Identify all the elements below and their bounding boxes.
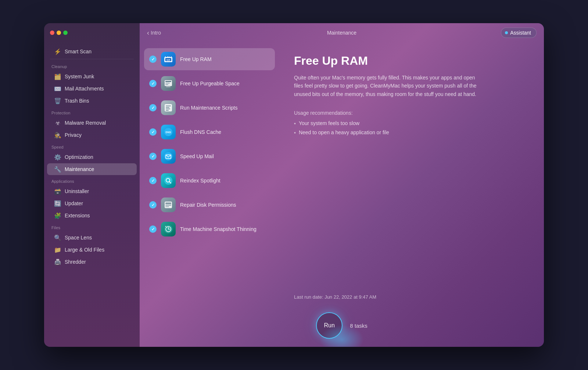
malware-icon: ☣ bbox=[54, 120, 61, 126]
task-icon-spotlight bbox=[161, 173, 176, 188]
task-label-purgeable: Free Up Purgeable Space bbox=[180, 81, 240, 86]
sidebar-item-maintenance[interactable]: 🔧 Maintenance bbox=[47, 163, 137, 175]
sidebar-item-label: Malware Removal bbox=[65, 120, 106, 126]
task-item-scripts[interactable]: Run Maintenance Scripts bbox=[144, 97, 275, 119]
task-item-free-up-ram[interactable]: RAM Free Up RAM bbox=[144, 48, 275, 70]
svg-rect-18 bbox=[166, 107, 169, 108]
task-checkbox-dns[interactable] bbox=[149, 128, 157, 136]
task-checkbox-mail[interactable] bbox=[149, 153, 157, 160]
minimize-button[interactable] bbox=[57, 31, 61, 35]
last-run-date: Jun 22, 2022 at 9:47 AM bbox=[325, 294, 376, 300]
task-icon-purgeable bbox=[161, 76, 176, 91]
task-item-spotlight[interactable]: Reindex Spotlight bbox=[144, 170, 275, 192]
close-button[interactable] bbox=[50, 31, 54, 35]
sidebar-item-malware-removal[interactable]: ☣ Malware Removal bbox=[47, 117, 137, 129]
sidebar-item-trash-bins[interactable]: 🗑️ Trash Bins bbox=[47, 95, 137, 107]
sidebar-item-uninstaller[interactable]: 🗃️ Uninstaller bbox=[47, 185, 137, 197]
svg-rect-6 bbox=[171, 56, 172, 57]
svg-rect-13 bbox=[165, 83, 170, 83]
main-panel: ‹ Intro Maintenance Assistant bbox=[140, 23, 544, 347]
task-item-dns[interactable]: DNS Flush DNS Cache bbox=[144, 121, 275, 143]
task-checkbox-spotlight[interactable] bbox=[149, 177, 157, 184]
sidebar-item-label: Privacy bbox=[65, 132, 82, 138]
smart-scan-icon: ⚡ bbox=[54, 48, 61, 55]
task-label-mail: Speed Up Mail bbox=[180, 153, 214, 159]
svg-rect-31 bbox=[165, 206, 169, 207]
svg-rect-30 bbox=[165, 204, 171, 206]
svg-rect-8 bbox=[167, 61, 168, 62]
tasks-count: 8 tasks bbox=[350, 323, 368, 329]
section-label-files: Files bbox=[44, 222, 140, 231]
task-icon-scripts bbox=[161, 100, 176, 115]
space-lens-icon: 🔍 bbox=[54, 234, 61, 241]
bottom-bar: Run 8 tasks bbox=[140, 310, 544, 347]
task-label-dns: Flush DNS Cache bbox=[180, 129, 221, 135]
uninstaller-icon: 🗃️ bbox=[54, 188, 61, 195]
task-checkbox-disk[interactable] bbox=[149, 201, 157, 209]
task-label-scripts: Run Maintenance Scripts bbox=[180, 105, 237, 111]
task-checkbox-purgeable[interactable] bbox=[149, 80, 157, 87]
task-checkbox-timemachine[interactable] bbox=[149, 225, 157, 233]
svg-rect-7 bbox=[165, 61, 166, 62]
svg-rect-9 bbox=[169, 61, 169, 62]
sidebar-item-label: Trash Bins bbox=[65, 98, 89, 104]
shredder-icon: 🖨️ bbox=[54, 259, 61, 265]
task-checkbox-ram[interactable] bbox=[149, 56, 157, 63]
task-icon-ram: RAM bbox=[161, 52, 176, 67]
trash-icon: 🗑️ bbox=[54, 97, 61, 104]
sidebar-item-label: Maintenance bbox=[65, 166, 94, 172]
task-item-timemachine[interactable]: Time Machine Snapshot Thinning bbox=[144, 218, 275, 240]
svg-rect-15 bbox=[166, 86, 171, 87]
sidebar-item-optimization[interactable]: ⚙️ Optimization bbox=[47, 151, 137, 163]
traffic-lights bbox=[50, 31, 68, 35]
assistant-button[interactable]: Assistant bbox=[501, 28, 537, 38]
svg-rect-12 bbox=[165, 81, 171, 82]
sidebar-item-space-lens[interactable]: 🔍 Space Lens bbox=[47, 232, 137, 243]
sidebar-item-extensions[interactable]: 🧩 Extensions bbox=[47, 210, 137, 221]
section-label-protection: Protection bbox=[44, 107, 140, 117]
large-files-icon: 📁 bbox=[54, 246, 61, 253]
detail-panel: Free Up RAM Quite often your Mac's memor… bbox=[279, 42, 544, 310]
svg-text:DNS: DNS bbox=[166, 131, 171, 134]
extensions-icon: 🧩 bbox=[54, 212, 61, 219]
task-list: RAM Free Up RAM bbox=[140, 42, 279, 310]
usage-item-1: Your system feels too slow bbox=[294, 120, 529, 127]
sidebar-item-system-junk[interactable]: 🗂️ System Junk bbox=[47, 71, 137, 82]
back-chevron-icon: ‹ bbox=[147, 29, 149, 37]
svg-rect-19 bbox=[166, 108, 170, 109]
last-run-label: Last run date: bbox=[294, 294, 323, 300]
sidebar-item-privacy[interactable]: 🕵️ Privacy bbox=[47, 129, 137, 141]
back-label: Intro bbox=[151, 30, 161, 36]
back-button[interactable]: ‹ Intro bbox=[147, 29, 161, 37]
task-label-timemachine: Time Machine Snapshot Thinning bbox=[180, 226, 257, 232]
sidebar-item-label: Smart Scan bbox=[65, 49, 92, 54]
task-checkbox-scripts[interactable] bbox=[149, 104, 157, 111]
svg-rect-29 bbox=[165, 203, 171, 204]
sidebar-item-large-old-files[interactable]: 📁 Large & Old Files bbox=[47, 244, 137, 256]
svg-rect-14 bbox=[165, 84, 168, 85]
sidebar-item-shredder[interactable]: 🖨️ Shredder bbox=[47, 256, 137, 268]
sidebar-item-mail-attachments[interactable]: ✉️ Mail Attachments bbox=[47, 83, 137, 95]
main-center-title: Maintenance bbox=[327, 30, 356, 36]
task-item-purgeable[interactable]: Free Up Purgeable Space bbox=[144, 72, 275, 95]
section-label-speed: Speed bbox=[44, 141, 140, 151]
sidebar-titlebar bbox=[44, 23, 140, 42]
app-window: ⚡ Smart Scan Cleanup 🗂️ System Junk ✉️ M… bbox=[44, 23, 544, 347]
updater-icon: 🔄 bbox=[54, 200, 61, 207]
optimization-icon: ⚙️ bbox=[54, 154, 61, 160]
detail-description: Quite often your Mac's memory gets fully… bbox=[294, 74, 478, 98]
maintenance-icon: 🔧 bbox=[54, 166, 61, 172]
section-label-cleanup: Cleanup bbox=[44, 61, 140, 70]
sidebar-item-label: Updater bbox=[65, 200, 83, 206]
detail-title: Free Up RAM bbox=[294, 54, 529, 68]
run-button[interactable]: Run bbox=[316, 312, 343, 339]
privacy-icon: 🕵️ bbox=[54, 132, 61, 138]
sidebar-item-updater[interactable]: 🔄 Updater bbox=[47, 198, 137, 209]
task-item-disk[interactable]: Repair Disk Permissions bbox=[144, 194, 275, 216]
last-run-info: Last run date: Jun 22, 2022 at 9:47 AM bbox=[294, 294, 529, 303]
assistant-dot-icon bbox=[505, 31, 508, 34]
task-item-mail[interactable]: Speed Up Mail bbox=[144, 145, 275, 167]
task-label-spotlight: Reindex Spotlight bbox=[180, 178, 220, 184]
maximize-button[interactable] bbox=[63, 31, 68, 35]
sidebar-item-smart-scan[interactable]: ⚡ Smart Scan bbox=[47, 46, 137, 57]
